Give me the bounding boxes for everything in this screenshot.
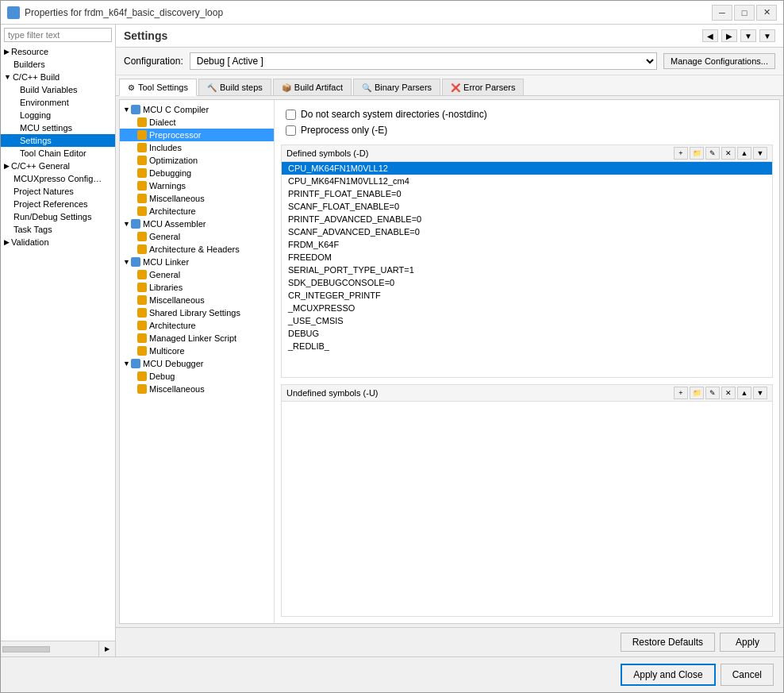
apply-button[interactable]: Apply	[720, 633, 775, 652]
sidebar-item-environment[interactable]: Environment	[1, 96, 115, 109]
undefined-add-workspace-button[interactable]: 📁	[690, 387, 704, 399]
sidebar-item-logging[interactable]: Logging	[1, 109, 115, 121]
ctree-item-warnings[interactable]: Warnings	[120, 179, 274, 192]
arch-headers-icon	[137, 244, 147, 254]
sidebar-item-run-debug-settings[interactable]: Run/Debug Settings	[1, 210, 115, 223]
defined-delete-button[interactable]: ✕	[721, 147, 736, 160]
ctree-item-debugging[interactable]: Debugging	[120, 167, 274, 179]
sidebar-item-mcuxpresso-config[interactable]: MCUXpresso Config…	[1, 172, 115, 185]
defined-symbol-item[interactable]: CPU_MK64FN1M0VLL12_cm4	[282, 175, 772, 187]
preprocess-only-checkbox[interactable]	[286, 125, 296, 136]
ctree-item-libraries[interactable]: Libraries	[120, 281, 274, 294]
defined-symbol-item[interactable]: SDK_DEBUGCONSOLE=0	[282, 276, 772, 289]
sidebar-item-tool-chain-editor[interactable]: Tool Chain Editor	[1, 147, 115, 160]
more-button[interactable]: ▼	[759, 29, 775, 42]
sidebar-item-resource[interactable]: ▶ Resource	[1, 45, 115, 58]
defined-symbol-item[interactable]: PRINTF_ADVANCED_ENABLE=0	[282, 213, 772, 225]
sidebar-scroll-right-arrow[interactable]: ▶	[99, 641, 115, 656]
ctree-item-miscellaneous-linker[interactable]: Miscellaneous	[120, 294, 274, 306]
ctree-item-preprocessor[interactable]: Preprocessor	[120, 129, 274, 141]
sidebar-item-build-variables[interactable]: Build Variables	[1, 83, 115, 96]
main-content: ▶ Resource Builders ▼ C/C++ Build Build …	[1, 25, 783, 656]
ctree-item-general-asm[interactable]: General	[120, 230, 274, 243]
undefined-delete-button[interactable]: ✕	[721, 387, 736, 399]
defined-add-workspace-button[interactable]: 📁	[690, 147, 704, 160]
architecture-linker-icon	[137, 321, 147, 330]
ctree-item-shared-library-settings[interactable]: Shared Library Settings	[120, 306, 274, 319]
sidebar-item-cpp-general[interactable]: ▶ C/C++ General	[1, 160, 115, 172]
ctree-item-mcu-c-compiler[interactable]: ▼ MCU C Compiler	[120, 103, 274, 116]
ctree-item-optimization[interactable]: Optimization	[120, 154, 274, 167]
tab-tool-settings[interactable]: ⚙ Tool Settings	[119, 79, 197, 96]
defined-symbol-item[interactable]: _USE_CMSIS	[282, 314, 772, 327]
defined-symbol-item[interactable]: _MCUXPRESSO	[282, 302, 772, 314]
defined-symbol-item[interactable]: FREEDOM	[282, 251, 772, 264]
undefined-add-button[interactable]: +	[674, 387, 688, 399]
sidebar-item-cpp-build[interactable]: ▼ C/C++ Build	[1, 71, 115, 83]
defined-symbol-item[interactable]: SERIAL_PORT_TYPE_UART=1	[282, 264, 772, 276]
right-panel: Settings ◀ ▶ ▼ ▼ Configuration: Debug [ …	[116, 25, 783, 656]
sidebar-item-project-natures[interactable]: Project Natures	[1, 185, 115, 198]
defined-symbol-item[interactable]: SCANF_ADVANCED_ENABLE=0	[282, 225, 772, 238]
ctree-item-mcu-assembler[interactable]: ▼ MCU Assembler	[120, 218, 274, 230]
apply-and-close-button[interactable]: Apply and Close	[621, 664, 715, 686]
defined-symbol-item[interactable]: DEBUG	[282, 327, 772, 340]
undefined-edit-button[interactable]: ✎	[705, 387, 720, 399]
maximize-button[interactable]: □	[734, 5, 755, 21]
menu-dropdown-button[interactable]: ▼	[740, 29, 756, 42]
sidebar-item-project-references[interactable]: Project References	[1, 198, 115, 210]
ctree-item-dialect[interactable]: Dialect	[120, 116, 274, 129]
sidebar-item-builders[interactable]: Builders	[1, 58, 115, 71]
ctree-item-general-linker[interactable]: General	[120, 268, 274, 281]
manage-configurations-button[interactable]: Manage Configurations...	[663, 53, 775, 69]
sidebar-scrollbar[interactable]: ▶	[1, 641, 115, 656]
ctree-item-architecture-compiler[interactable]: Architecture	[120, 205, 274, 218]
close-button[interactable]: ✕	[756, 5, 777, 21]
defined-symbol-item[interactable]: CPU_MK64FN1M0VLL12	[282, 162, 772, 175]
defined-symbol-item[interactable]: FRDM_K64F	[282, 238, 772, 251]
forward-button[interactable]: ▶	[721, 29, 737, 42]
restore-defaults-button[interactable]: Restore Defaults	[621, 633, 715, 652]
tab-error-parsers[interactable]: ❌ Error Parsers	[442, 79, 524, 95]
undefined-moveup-button[interactable]: ▲	[737, 387, 751, 399]
general-asm-icon	[137, 232, 147, 241]
minimize-button[interactable]: ─	[712, 5, 732, 21]
ctree-item-arch-headers[interactable]: Architecture & Headers	[120, 243, 274, 256]
sidebar-item-mcu-settings[interactable]: MCU settings	[1, 121, 115, 134]
binary-parsers-icon: 🔍	[362, 83, 371, 92]
config-select[interactable]: Debug [ Active ]	[190, 52, 657, 70]
defined-symbol-item[interactable]: SCANF_FLOAT_ENABLE=0	[282, 200, 772, 213]
ctree-item-debug-dbg[interactable]: Debug	[120, 370, 274, 383]
expand-arrow: ▼	[123, 258, 129, 266]
sidebar-item-settings[interactable]: Settings	[1, 134, 115, 147]
defined-symbol-item[interactable]: PRINTF_FLOAT_ENABLE=0	[282, 187, 772, 200]
ctree-item-mcu-linker[interactable]: ▼ MCU Linker	[120, 256, 274, 268]
defined-moveup-button[interactable]: ▲	[737, 147, 751, 160]
sidebar-item-validation[interactable]: ▶ Validation	[1, 236, 115, 248]
ctree-item-includes[interactable]: Includes	[120, 141, 274, 154]
ctree-item-mcu-debugger[interactable]: ▼ MCU Debugger	[120, 357, 274, 370]
sidebar-item-task-tags[interactable]: Task Tags	[1, 223, 115, 236]
tab-build-artifact[interactable]: 📦 Build Artifact	[273, 79, 352, 95]
defined-symbol-item[interactable]: CR_INTEGER_PRINTF	[282, 289, 772, 302]
defined-symbol-item[interactable]: _REDLIB_	[282, 340, 772, 352]
debugging-icon	[137, 168, 147, 178]
error-parsers-icon: ❌	[451, 83, 460, 92]
cancel-button[interactable]: Cancel	[721, 664, 774, 686]
ctree-item-managed-linker-script[interactable]: Managed Linker Script	[120, 332, 274, 345]
no-system-dirs-checkbox[interactable]	[286, 110, 296, 120]
back-button[interactable]: ◀	[702, 29, 718, 42]
ctree-item-miscellaneous-compiler[interactable]: Miscellaneous	[120, 192, 274, 205]
undefined-movedown-button[interactable]: ▼	[753, 387, 767, 399]
ctree-item-miscellaneous-dbg[interactable]: Miscellaneous	[120, 383, 274, 395]
ctree-item-architecture-linker[interactable]: Architecture	[120, 319, 274, 332]
defined-add-button[interactable]: +	[674, 147, 688, 160]
sidebar-scroll-thumb[interactable]	[2, 646, 50, 653]
defined-movedown-button[interactable]: ▼	[753, 147, 767, 160]
sidebar-filter-input[interactable]	[4, 28, 112, 42]
shared-library-settings-icon	[137, 308, 147, 318]
ctree-item-multicore[interactable]: Multicore	[120, 345, 274, 357]
tab-build-steps[interactable]: 🔨 Build steps	[198, 79, 271, 95]
tab-binary-parsers[interactable]: 🔍 Binary Parsers	[353, 79, 440, 95]
defined-edit-button[interactable]: ✎	[705, 147, 720, 160]
